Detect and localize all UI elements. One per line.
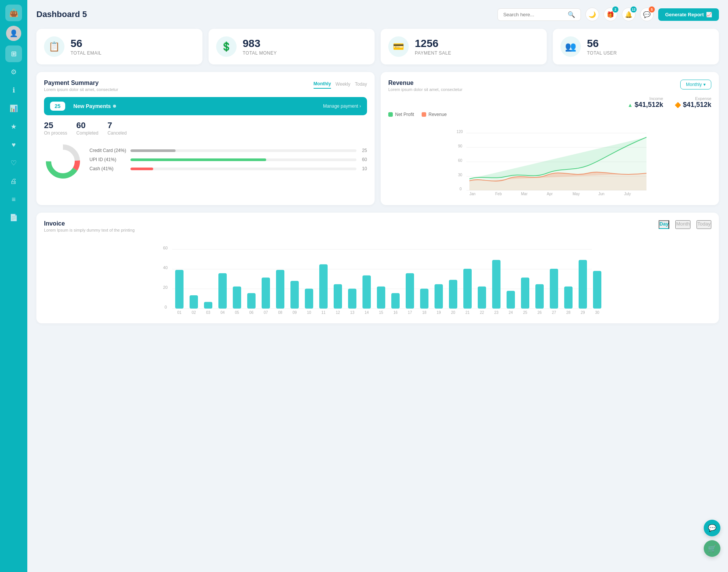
chat-button[interactable]: 💬 5 — [640, 8, 654, 21]
heart-icon: ♥ — [12, 141, 16, 149]
stat-card-email: 📋 56 TOTAL EMAIL — [36, 29, 202, 64]
sidebar-item-dashboard[interactable]: ⊞ — [5, 45, 22, 62]
bar-label-27: 27 — [552, 310, 556, 315]
stats-row: 📋 56 TOTAL EMAIL 💲 983 TOTAL MONEY 💳 125… — [36, 29, 719, 64]
tab-weekly[interactable]: Weekly — [336, 80, 350, 89]
svg-text:20: 20 — [163, 285, 168, 290]
bar-label-17: 17 — [408, 310, 412, 315]
revenue-chart: 0 30 60 90 120 Jan Feb Mar Apr May Jun J… — [388, 120, 711, 196]
search-input[interactable] — [503, 12, 565, 17]
print-icon: 🖨 — [10, 177, 17, 185]
bar-label-14: 14 — [364, 310, 369, 315]
sidebar-item-heart2[interactable]: ♡ — [5, 155, 22, 171]
revenue-header: Revenue Lorem ipsum dolor sit amet, cons… — [388, 80, 711, 92]
revenue-dropdown[interactable]: Monthly ▾ — [680, 80, 711, 89]
bar-label-15: 15 — [379, 310, 383, 315]
sidebar-item-heart[interactable]: ♥ — [5, 136, 22, 153]
completed-label: Completed — [76, 130, 98, 136]
bar-08 — [276, 270, 284, 309]
gift-button[interactable]: 🎁 2 — [604, 8, 617, 21]
prog-credit-label: Credit Card (24%) — [89, 148, 127, 153]
bell-icon: 🔔 — [625, 11, 632, 18]
revenue-title: Revenue — [388, 80, 463, 86]
prog-cash-fill — [130, 168, 153, 170]
svg-text:Mar: Mar — [521, 192, 528, 196]
cart-icon: 🛒 — [708, 544, 716, 553]
email-stat-icon: 📋 — [44, 36, 64, 57]
dark-mode-toggle[interactable]: 🌙 — [585, 8, 599, 21]
canceled-stat: 7 Canceled — [107, 121, 127, 136]
bar-label-24: 24 — [508, 310, 513, 315]
manage-payment-link[interactable]: Manage payment › — [323, 103, 361, 109]
bar-label-11: 11 — [321, 310, 326, 315]
chat-badge: 5 — [649, 6, 655, 13]
invoice-tab-day[interactable]: Day — [659, 220, 669, 229]
svg-text:July: July — [624, 192, 631, 196]
svg-text:120: 120 — [457, 130, 463, 134]
stat-card-user: 👥 56 TOTAL USER — [553, 29, 719, 64]
expense-label: Expense — [675, 96, 711, 101]
donut-svg — [44, 143, 82, 180]
header: Dashboard 5 🔍 🌙 🎁 2 🔔 12 💬 5 Gen — [36, 8, 719, 21]
sidebar: 👜 👤 ⊞ ⚙ ℹ 📊 ★ ♥ ♡ 🖨 ≡ 📄 — [0, 0, 27, 572]
svg-text:Jun: Jun — [598, 192, 604, 196]
bell-button[interactable]: 🔔 12 — [622, 8, 635, 21]
on-process-number: 25 — [44, 121, 67, 130]
generate-report-label: Generate Report — [665, 12, 704, 17]
bar-21 — [463, 269, 472, 309]
svg-text:90: 90 — [458, 144, 463, 148]
svg-text:60: 60 — [458, 158, 463, 163]
support-icon: 💬 — [708, 524, 716, 532]
tab-monthly[interactable]: Monthly — [314, 80, 331, 89]
bar-04 — [218, 273, 227, 309]
sidebar-item-chart[interactable]: 📊 — [5, 100, 22, 117]
sidebar-item-list[interactable]: 📄 — [5, 209, 22, 226]
generate-report-button[interactable]: Generate Report 📈 — [658, 8, 719, 21]
email-stat-label: TOTAL EMAIL — [71, 50, 102, 56]
sidebar-item-star[interactable]: ★ — [5, 118, 22, 135]
bar-17 — [406, 273, 414, 309]
bar-label-30: 30 — [595, 310, 599, 315]
bar-label-18: 18 — [422, 310, 427, 315]
bar-label-02: 02 — [191, 310, 196, 315]
bar-28 — [564, 287, 573, 309]
income-label: Income — [628, 96, 663, 101]
invoice-tab-today[interactable]: Today — [697, 220, 711, 229]
moon-icon: 🌙 — [588, 11, 596, 18]
bar-01 — [175, 270, 184, 309]
payment-summary-card: Payment Summary Lorem ipsum dolor sit am… — [36, 72, 375, 205]
prog-credit-card: Credit Card (24%) 25 — [89, 148, 367, 153]
bar-20 — [449, 280, 457, 309]
sidebar-item-print[interactable]: 🖨 — [5, 173, 22, 190]
sidebar-item-info[interactable]: ℹ — [5, 82, 22, 99]
donut-row: Credit Card (24%) 25 UPI ID (41%) 60 — [44, 143, 367, 180]
sidebar-item-settings[interactable]: ⚙ — [5, 64, 22, 80]
money-stat-number: 983 — [243, 38, 277, 50]
bar-label-26: 26 — [537, 310, 542, 315]
donut-chart — [44, 143, 82, 180]
bar-11 — [319, 264, 328, 309]
payment-summary-subtitle: Lorem ipsum dolor sit amet, consectetur — [44, 87, 118, 92]
list-icon: 📄 — [9, 213, 18, 222]
prog-credit-fill — [130, 149, 176, 152]
bar-label-29: 29 — [581, 310, 585, 315]
bar-15 — [377, 287, 385, 309]
search-box[interactable]: 🔍 — [497, 8, 581, 21]
sidebar-logo[interactable]: 👜 — [5, 5, 22, 21]
sidebar-item-menu[interactable]: ≡ — [5, 191, 22, 208]
tab-today[interactable]: Today — [355, 80, 367, 89]
prog-credit-bg — [130, 149, 356, 152]
invoice-tab-month[interactable]: Month — [675, 220, 690, 229]
invoice-subtitle: Lorem Ipsum is simply dummy text of the … — [44, 228, 135, 232]
dashboard-icon: ⊞ — [11, 50, 17, 58]
svg-text:30: 30 — [458, 173, 463, 177]
sidebar-avatar[interactable]: 👤 — [6, 26, 21, 41]
income-arrow-icon: ▲ — [628, 102, 633, 108]
bar-label-06: 06 — [249, 310, 254, 315]
invoice-title: Invoice — [44, 220, 135, 227]
cart-float-button[interactable]: 🛒 — [704, 540, 720, 557]
revenue-subtitle: Lorem ipsum dolor sit amet, consectetur — [388, 87, 463, 92]
support-float-button[interactable]: 💬 — [704, 520, 720, 536]
bar-05 — [233, 287, 241, 309]
payment-summary-header-left: Payment Summary Lorem ipsum dolor sit am… — [44, 80, 118, 92]
